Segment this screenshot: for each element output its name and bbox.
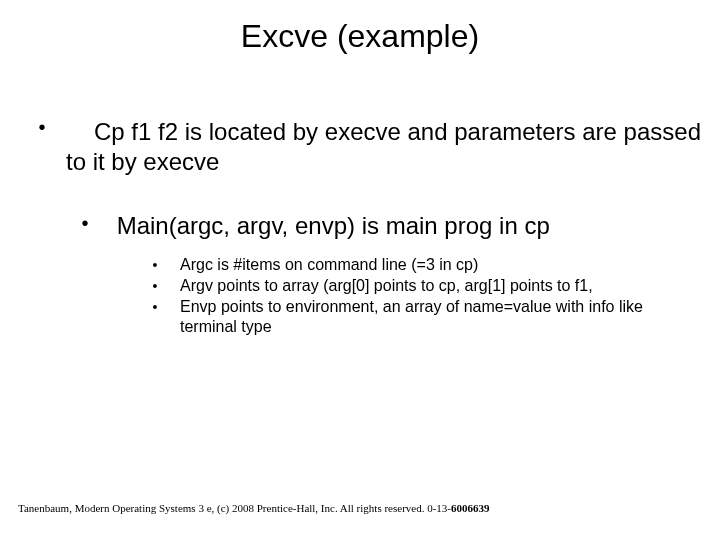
bullet-dot-icon: • <box>18 115 66 140</box>
bullet-level-2-text: Main(argc, argv, envp) is main prog in c… <box>117 212 550 239</box>
bullet-dot-icon: • <box>60 211 110 236</box>
bullet-level-1: • Cp f1 f2 is located by execve and para… <box>18 115 702 177</box>
slide-title: Excve (example) <box>0 0 720 55</box>
slide: Excve (example) • Cp f1 f2 is located by… <box>0 0 720 540</box>
bullet-level-3-text: Argv points to array (arg[0] points to c… <box>180 276 692 297</box>
slide-content: • Cp f1 f2 is located by execve and para… <box>0 55 720 338</box>
footer-text: Tanenbaum, Modern Operating Systems 3 e,… <box>18 502 451 514</box>
bullet-level-3-text: Argc is #items on command line (=3 in cp… <box>180 255 692 276</box>
bullet-level-3: • Envp points to environment, an array o… <box>130 297 692 339</box>
bullet-dot-icon: • <box>130 276 180 297</box>
footer-isbn-bold: 6006639 <box>451 502 490 514</box>
bullet-dot-icon: • <box>130 297 180 339</box>
bullet-level-1-text: Cp f1 f2 is located by execve and parame… <box>18 117 702 177</box>
footer-citation: Tanenbaum, Modern Operating Systems 3 e,… <box>18 502 490 514</box>
bullet-level-3-group: • Argc is #items on command line (=3 in … <box>130 255 702 338</box>
bullet-level-3-text: Envp points to environment, an array of … <box>180 297 692 339</box>
bullet-level-3: • Argc is #items on command line (=3 in … <box>130 255 692 276</box>
bullet-level-3: • Argv points to array (arg[0] points to… <box>130 276 692 297</box>
bullet-dot-icon: • <box>130 255 180 276</box>
bullet-level-2: • Main(argc, argv, envp) is main prog in… <box>60 211 702 241</box>
